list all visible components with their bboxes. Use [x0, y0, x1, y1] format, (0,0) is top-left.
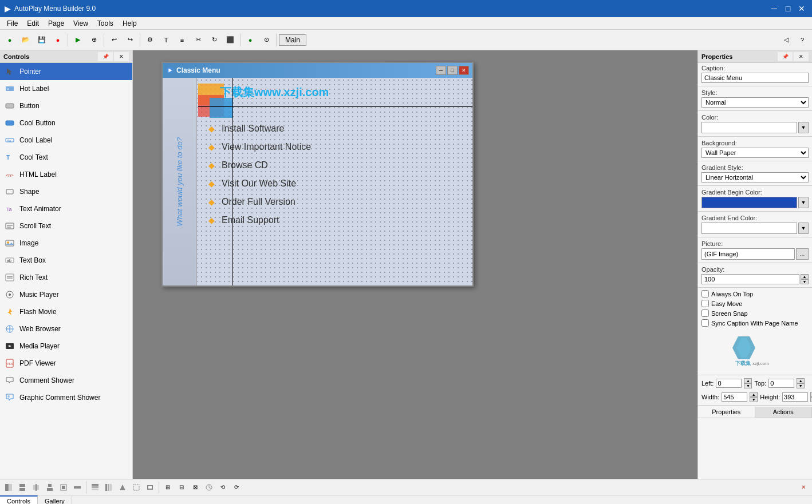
toolbar-play[interactable]: ▶: [70, 33, 85, 47]
align-btn-2[interactable]: [16, 481, 29, 494]
picture-input[interactable]: [701, 248, 795, 260]
sync-caption-check[interactable]: [701, 319, 709, 327]
align-btn-5[interactable]: [57, 481, 70, 494]
align-btn-7[interactable]: [89, 481, 101, 494]
ctrl-cool-button[interactable]: Cool Button: [0, 114, 132, 132]
menu-item-5[interactable]: ◆ Order Full Version: [208, 197, 311, 207]
align-btn-13[interactable]: ⊟: [175, 481, 188, 494]
gradient-begin-box[interactable]: [701, 197, 797, 208]
close-button[interactable]: ✕: [796, 3, 807, 14]
ctrl-pdf-viewer[interactable]: PDF PDF Viewer: [0, 355, 132, 372]
align-btn-14[interactable]: ⊠: [189, 481, 202, 494]
ctrl-button[interactable]: Button: [0, 97, 132, 114]
tab-properties[interactable]: Properties: [698, 407, 755, 418]
maximize-button[interactable]: □: [782, 3, 794, 14]
align-btn-6[interactable]: [71, 481, 84, 494]
ctrl-graphic-comment-shower[interactable]: Graphic Comment Shower: [0, 389, 132, 406]
align-btn-16[interactable]: ⟲: [216, 481, 229, 494]
color-box[interactable]: [701, 122, 797, 133]
menu-view[interactable]: View: [69, 18, 93, 29]
tab-controls[interactable]: Controls: [0, 495, 38, 504]
ctrl-scroll-text[interactable]: Scroll Text: [0, 217, 132, 235]
page-main-button[interactable]: Main: [279, 34, 306, 46]
ctrl-cool-text[interactable]: T Cool Text: [0, 149, 132, 166]
background-select[interactable]: Wall Paper Solid Gradient Picture: [701, 148, 809, 158]
width-input[interactable]: [722, 392, 747, 402]
preview-maximize[interactable]: □: [447, 66, 458, 75]
ctrl-image[interactable]: Image: [0, 235, 132, 252]
toolbar-help[interactable]: ?: [795, 33, 810, 47]
opacity-up[interactable]: ▲: [801, 274, 809, 279]
align-btn-15[interactable]: [203, 481, 215, 494]
ctrl-shape[interactable]: Shape: [0, 183, 132, 200]
toolbar-preview[interactable]: ⊕: [86, 33, 101, 47]
toolbar-run2[interactable]: ⊙: [259, 33, 274, 47]
easy-move-check[interactable]: [701, 300, 709, 307]
menu-edit[interactable]: Edit: [22, 18, 44, 29]
picture-browse-btn[interactable]: …: [796, 248, 809, 260]
menu-tools[interactable]: Tools: [93, 18, 118, 29]
align-btn-4[interactable]: [44, 481, 56, 494]
toolbar-settings[interactable]: ⚙: [143, 33, 157, 47]
align-btn-10[interactable]: [130, 481, 143, 494]
align-btn-12[interactable]: ⊞: [161, 481, 174, 494]
toolbar-text[interactable]: T: [159, 33, 174, 47]
menu-help[interactable]: Help: [118, 18, 141, 29]
ctrl-pointer[interactable]: Pointer: [0, 63, 132, 80]
gradient-style-select[interactable]: Linear Horizontal Linear Vertical Radial: [701, 172, 809, 182]
ctrl-media-player[interactable]: Media Player: [0, 338, 132, 355]
ctrl-text-animator[interactable]: Ta Text Animator: [0, 200, 132, 217]
left-up[interactable]: ▲: [744, 378, 752, 383]
tab-actions[interactable]: Actions: [755, 407, 813, 418]
menu-page[interactable]: Page: [44, 18, 69, 29]
gradient-end-box[interactable]: [701, 223, 797, 234]
controls-close[interactable]: ✕: [114, 52, 129, 61]
controls-pin[interactable]: 📌: [98, 52, 113, 61]
menu-item-6[interactable]: ◆ Email Support: [208, 215, 311, 225]
toolbar-refresh[interactable]: ↻: [207, 33, 222, 47]
ctrl-flash-movie[interactable]: Flash Movie: [0, 303, 132, 320]
ctrl-comment-shower[interactable]: Comment Shower: [0, 372, 132, 389]
ctrl-cool-label[interactable]: Aa Cool Label: [0, 132, 132, 149]
toolbar-cut[interactable]: ✂: [191, 33, 206, 47]
height-input[interactable]: [782, 392, 808, 402]
toolbar-redo[interactable]: ↪: [123, 33, 137, 47]
toolbar-new[interactable]: ●: [2, 33, 17, 47]
left-input[interactable]: [716, 379, 742, 388]
toolbar-export[interactable]: ⬛: [223, 33, 238, 47]
align-btn-delete[interactable]: ✕: [797, 481, 810, 494]
style-select[interactable]: Normal Borderless Fixed: [701, 97, 809, 108]
menu-item-3[interactable]: ◆ Browse CD: [208, 160, 311, 170]
toolbar-open[interactable]: 📂: [18, 33, 33, 47]
ctrl-hot-label[interactable]: A Hot Label: [0, 80, 132, 97]
ctrl-html-label[interactable]: <h> HTML Label: [0, 166, 132, 183]
properties-pin[interactable]: 📌: [778, 52, 793, 61]
toolbar-save[interactable]: 💾: [34, 33, 49, 47]
tab-gallery[interactable]: Gallery: [38, 495, 72, 504]
opacity-down[interactable]: ▼: [801, 279, 809, 284]
opacity-input[interactable]: [701, 274, 799, 284]
toolbar-undo[interactable]: ↩: [107, 33, 121, 47]
align-btn-1[interactable]: [2, 481, 15, 494]
canvas-area[interactable]: Classic Menu ─ □ ✕ What would you like t…: [133, 50, 697, 479]
preview-close[interactable]: ✕: [459, 66, 469, 75]
gradient-end-dropdown[interactable]: ▼: [798, 223, 809, 234]
align-btn-17[interactable]: ⟳: [230, 481, 243, 494]
gradient-begin-dropdown[interactable]: ▼: [798, 197, 809, 208]
caption-input[interactable]: [701, 73, 809, 83]
minimize-button[interactable]: ─: [768, 3, 780, 14]
properties-close[interactable]: ✕: [794, 52, 809, 61]
left-down[interactable]: ▼: [744, 383, 752, 388]
top-input[interactable]: [768, 379, 794, 388]
align-btn-9[interactable]: [116, 481, 129, 494]
ctrl-text-box[interactable]: ab Text Box: [0, 252, 132, 269]
align-btn-8[interactable]: [103, 481, 115, 494]
align-btn-3[interactable]: [30, 481, 42, 494]
width-down[interactable]: ▼: [750, 397, 758, 402]
width-up[interactable]: ▲: [750, 392, 758, 397]
toolbar-nav-left[interactable]: ◁: [779, 33, 794, 47]
align-btn-11[interactable]: [144, 481, 156, 494]
top-down[interactable]: ▼: [797, 383, 805, 388]
ctrl-web-browser[interactable]: Web Browser: [0, 320, 132, 338]
menu-item-2[interactable]: ◆ View Important Notice: [208, 142, 311, 152]
